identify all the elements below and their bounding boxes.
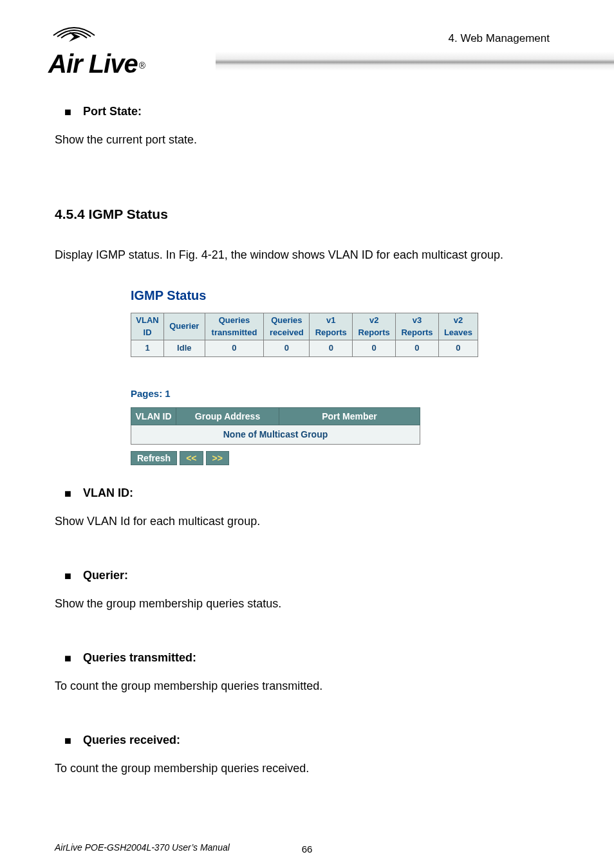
- table-row: 1 Idle 0 0 0 0 0 0: [131, 340, 478, 357]
- square-bullet-icon: ■: [64, 488, 71, 499]
- querier-heading: Querier:: [83, 567, 128, 584]
- page-footer: AirLive POE-GSH2004L-370 User’s Manual 6…: [55, 842, 559, 853]
- manual-title: AirLive POE-GSH2004L-370 User’s Manual: [55, 842, 230, 853]
- port-state-heading: Port State:: [83, 103, 142, 120]
- cell-querier: Idle: [164, 340, 205, 357]
- th-group-address: Group Address: [176, 408, 279, 425]
- button-row: Refresh << >>: [131, 451, 491, 465]
- definitions-section: ■ VLAN ID: Show VLAN Id for each multica…: [55, 485, 559, 777]
- square-bullet-icon: ■: [64, 735, 71, 746]
- cell-v3-reports: 0: [396, 340, 439, 357]
- queries-received-desc: To count the group membership queries re…: [55, 760, 559, 777]
- square-bullet-icon: ■: [64, 106, 71, 118]
- next-page-button[interactable]: >>: [206, 451, 229, 465]
- th-v3-reports: v3Reports: [396, 313, 439, 340]
- pages-label: Pages: 1: [131, 387, 491, 401]
- square-bullet-icon: ■: [64, 570, 71, 582]
- header-gradient: [216, 51, 614, 71]
- th-queries-received: Queriesreceived: [264, 313, 310, 340]
- cell-queries-transmitted: 0: [205, 340, 264, 357]
- th-v2-leaves: v2Leaves: [438, 313, 478, 340]
- cell-v1-reports: 0: [310, 340, 353, 357]
- igmp-status-table: VLANID Querier Queriestransmitted Querie…: [131, 313, 478, 358]
- bullet-queries-received: ■ Queries received:: [55, 732, 559, 748]
- bullet-port-state: ■ Port State:: [55, 103, 559, 120]
- vlan-id-heading: VLAN ID:: [83, 485, 133, 501]
- queries-received-heading: Queries received:: [83, 732, 180, 748]
- th-vlan-id: VLANID: [131, 313, 164, 340]
- queries-transmitted-desc: To count the group membership queries tr…: [55, 678, 559, 694]
- th-v1-reports: v1Reports: [310, 313, 353, 340]
- cell-none-multicast: None of Multicast Group: [131, 425, 420, 444]
- queries-transmitted-heading: Queries transmitted:: [83, 649, 196, 666]
- bullet-vlan-id: ■ VLAN ID:: [55, 485, 559, 501]
- querier-desc: Show the group membership queries status…: [55, 595, 559, 612]
- bullet-querier: ■ Querier:: [55, 567, 559, 584]
- refresh-button[interactable]: Refresh: [131, 451, 177, 465]
- cell-v2-reports: 0: [353, 340, 396, 357]
- bullet-queries-transmitted: ■ Queries transmitted:: [55, 649, 559, 666]
- table-row: None of Multicast Group: [131, 425, 420, 444]
- section-desc: Display IGMP status. In Fig. 4-21, the w…: [55, 246, 559, 263]
- th-port-member: Port Member: [279, 408, 420, 425]
- th-queries-transmitted: Queriestransmitted: [205, 313, 264, 340]
- igmp-status-title: IGMP Status: [131, 286, 491, 305]
- page-content: ■ Port State: Show the current port stat…: [0, 103, 614, 777]
- multicast-group-table: VLAN ID Group Address Port Member None o…: [131, 407, 420, 445]
- chapter-label: 4. Web Management: [449, 32, 550, 45]
- cell-v2-leaves: 0: [438, 340, 478, 357]
- page-header: Air Live® 4. Web Management: [0, 0, 614, 74]
- port-state-desc: Show the current port state.: [55, 131, 559, 148]
- registered-icon: ®: [139, 60, 145, 71]
- cell-vlan-id: 1: [131, 340, 164, 357]
- igmp-status-screenshot: IGMP Status VLANID Querier Queriestransm…: [131, 286, 491, 465]
- section-title: 4.5.4 IGMP Status: [55, 205, 559, 224]
- th-group-vlan-id: VLAN ID: [131, 408, 176, 425]
- vlan-id-desc: Show VLAN Id for each multicast group.: [55, 513, 559, 530]
- prev-page-button[interactable]: <<: [180, 451, 203, 465]
- brand-name: Air Live: [48, 50, 138, 78]
- th-querier: Querier: [164, 313, 205, 340]
- cell-queries-received: 0: [264, 340, 310, 357]
- th-v2-reports: v2Reports: [353, 313, 396, 340]
- page-number: 66: [302, 844, 313, 854]
- brand-logo: Air Live®: [48, 23, 177, 78]
- square-bullet-icon: ■: [64, 652, 71, 664]
